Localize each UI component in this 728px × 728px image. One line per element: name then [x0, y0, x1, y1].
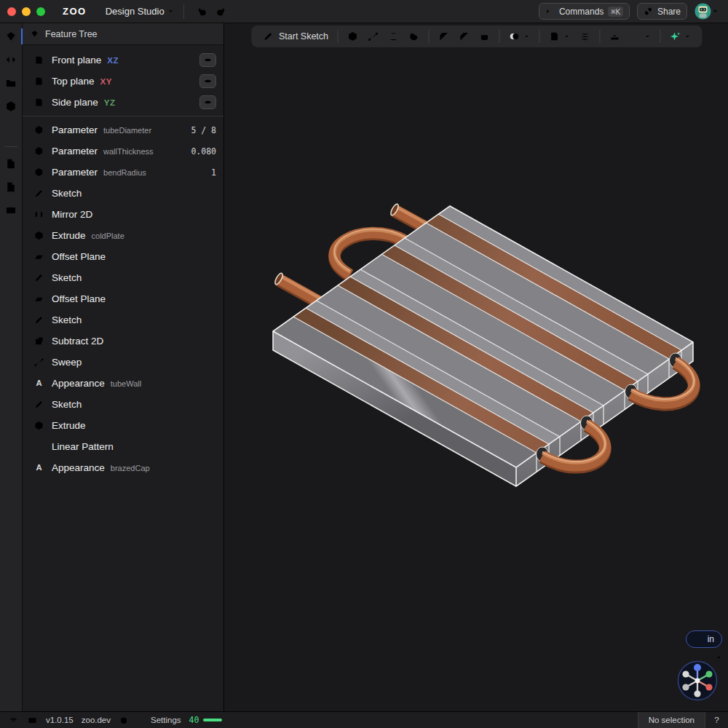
hide-front-plane-button[interactable] — [199, 53, 216, 67]
tree-item-front-plane[interactable]: Front planeXZ — [23, 50, 223, 71]
tree-item-parameter[interactable]: ParameterbendRadius1 — [23, 162, 223, 183]
tree-item-parameter[interactable]: ParametertubeDiameter5 / 8 — [23, 119, 223, 141]
rail-file-save-button[interactable] — [1, 178, 20, 197]
plane-icon — [548, 31, 560, 42]
rail-file-export-button[interactable] — [1, 154, 20, 173]
tree-item-mirror-2d[interactable]: Mirror 2D — [23, 204, 223, 225]
pattern-icon — [33, 441, 44, 452]
rail-machine-button[interactable] — [1, 201, 20, 220]
close-window-button[interactable] — [7, 7, 16, 16]
helix-tool-button[interactable] — [574, 28, 595, 45]
feature-tree-list: Front planeXZTop planeXYSide planeYZPara… — [23, 45, 223, 478]
rail-kcl-samples-button[interactable] — [1, 97, 20, 116]
chamfer-tool-button[interactable] — [454, 28, 474, 45]
commands-button[interactable]: Commands ⌘K — [539, 3, 630, 20]
tree-item-extrude[interactable]: ExtrudecoldPlate — [23, 225, 223, 246]
maximize-window-button[interactable] — [36, 7, 45, 16]
parameter-value: 5 / 8 — [191, 125, 216, 135]
revolve-icon — [408, 31, 419, 42]
machine-status[interactable] — [27, 715, 38, 726]
model-3d-cold-plate[interactable] — [225, 23, 728, 711]
commands-label: Commands — [559, 7, 604, 17]
panel-menu-button[interactable] — [185, 28, 196, 39]
sweep-tool-button[interactable] — [363, 28, 383, 45]
window-controls — [7, 7, 45, 16]
tree-item-offset-plane[interactable]: Offset Plane — [23, 288, 223, 309]
tree-item-sweep[interactable]: Sweep — [23, 352, 223, 373]
tree-item-sublabel: wallThickness — [103, 147, 153, 156]
undo-button[interactable] — [193, 2, 212, 21]
rail-alerts-button[interactable] — [1, 224, 20, 243]
units-badge[interactable]: in — [686, 630, 722, 648]
move-icon — [629, 31, 641, 42]
cube-icon — [347, 31, 358, 42]
tree-item-sketch[interactable]: Sketch — [23, 394, 223, 415]
sweep-icon — [367, 31, 379, 42]
insert-tool-button[interactable] — [604, 28, 625, 45]
tree-item-label: Sketch — [52, 272, 82, 283]
viewport-3d[interactable]: Start Sketch in — [225, 23, 728, 711]
code-icon — [4, 53, 17, 66]
revolve-tool-button[interactable] — [403, 28, 424, 45]
tree-item-linear-pattern[interactable]: Linear Pattern — [23, 436, 223, 457]
sketch-icon — [262, 31, 274, 42]
param-icon — [33, 124, 44, 135]
loft-tool-button[interactable] — [383, 28, 403, 45]
plane-axis-label: XY — [100, 77, 112, 86]
rail-project-files-button[interactable] — [1, 74, 20, 92]
minimize-window-button[interactable] — [22, 7, 31, 16]
transform-tool-button[interactable] — [625, 28, 655, 45]
measure-icon — [694, 634, 704, 644]
user-menu[interactable] — [695, 3, 719, 20]
tree-item-label: Top plane — [52, 76, 95, 87]
eyeslash-icon — [203, 76, 213, 86]
tree-item-extrude[interactable]: Extrude — [23, 415, 223, 436]
fillet-tool-button[interactable] — [433, 28, 454, 45]
tree-item-label: Linear Pattern — [52, 441, 114, 452]
tree-item-appearance[interactable]: AppearancebrazedCap — [23, 457, 223, 478]
filesave-icon — [4, 181, 17, 194]
oplane-icon — [33, 251, 44, 262]
tree-item-top-plane[interactable]: Top planeXY — [23, 71, 223, 92]
orientation-gimbal[interactable] — [677, 660, 718, 701]
loft-icon — [387, 31, 399, 42]
zoo-logo[interactable]: ZOO — [55, 2, 94, 21]
text-to-cad-tool-button[interactable] — [665, 28, 695, 45]
cube-icon — [33, 230, 44, 241]
tree-item-parameter[interactable]: ParameterwallThickness0.080 — [23, 141, 223, 162]
tree-item-sketch[interactable]: Sketch — [23, 309, 223, 331]
tree-item-offset-plane[interactable]: Offset Plane — [23, 246, 223, 267]
network-status[interactable] — [8, 715, 19, 726]
zoo-design-studio-window: ZOO Design Studio Commands ⌘K Share — [0, 0, 728, 728]
tree-item-sketch[interactable]: Sketch — [23, 267, 223, 288]
start-sketch-button[interactable]: Start Sketch — [258, 28, 333, 45]
tree-item-appearance[interactable]: AppearancetubeWall — [23, 373, 223, 394]
rail-logs-button[interactable] — [1, 120, 20, 139]
rail-kcl-code-button[interactable] — [1, 50, 20, 69]
hide-side-plane-button[interactable] — [199, 95, 216, 109]
shell-tool-button[interactable] — [474, 28, 494, 45]
timing-button[interactable] — [119, 715, 129, 725]
document-title-menu[interactable]: Design Studio — [106, 6, 175, 17]
hide-top-plane-button[interactable] — [199, 74, 216, 88]
machine-icon — [4, 204, 17, 217]
stream-fps-value[interactable]: 40 — [189, 715, 199, 725]
help-button[interactable]: ? — [705, 712, 728, 728]
unit-label: in — [708, 634, 714, 644]
redo-button[interactable] — [212, 2, 231, 21]
tree-item-subtract-2d[interactable]: Subtract 2D — [23, 331, 223, 352]
plane-tool-button[interactable] — [544, 28, 574, 45]
tree-item-side-plane[interactable]: Side planeYZ — [23, 92, 223, 113]
rail-feature-tree-button[interactable] — [1, 27, 20, 46]
extrude-tool-button[interactable] — [342, 28, 363, 45]
tree-item-label: Parameter — [52, 124, 98, 135]
site-link[interactable]: zoo.dev — [82, 716, 111, 724]
tree-item-sketch[interactable]: Sketch — [23, 183, 223, 204]
stream-fps-slider[interactable] — [203, 719, 222, 721]
boolean-tool-button[interactable] — [504, 28, 534, 45]
settings-button[interactable]: Settings — [137, 715, 181, 725]
eyeslash-icon — [203, 98, 213, 107]
share-button[interactable]: Share — [637, 3, 687, 20]
panel-close-button[interactable] — [206, 29, 216, 39]
tree-section-divider — [23, 116, 223, 116]
